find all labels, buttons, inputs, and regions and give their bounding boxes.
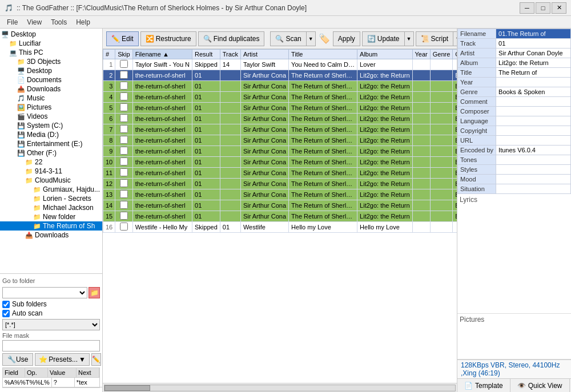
skip-checkbox[interactable] [120, 179, 128, 187]
sub-folders-checkbox[interactable] [2, 301, 10, 308]
table-row[interactable]: 15the-return-of-sherl01Sir Arthur ConaTh… [103, 211, 457, 222]
skip-checkbox[interactable] [120, 223, 128, 231]
use-button[interactable]: 🔧 Use [2, 353, 33, 366]
update-split-button[interactable]: 🔄 Update ▼ [362, 31, 414, 46]
tree-item-desktop[interactable]: 🖥️Desktop [0, 30, 102, 39]
apply-button[interactable]: Apply [333, 31, 360, 46]
table-row[interactable]: 3the-return-of-sherl01Sir Arthur ConaThe… [103, 81, 457, 92]
update-arrow[interactable]: ▼ [404, 32, 413, 46]
tree-item-downloads2[interactable]: 📥Downloads [0, 231, 102, 240]
table-row[interactable]: 14the-return-of-sherl01Sir Arthur ConaTh… [103, 200, 457, 211]
script-main[interactable]: 📜 Script [416, 32, 453, 46]
table-row[interactable]: 4the-return-of-sherl01Sir Arthur ConaThe… [103, 92, 457, 103]
skip-checkbox[interactable] [120, 125, 128, 133]
script-arrow[interactable]: ▼ [453, 32, 457, 46]
tree-item-914-3-11[interactable]: 📁914-3-11 [0, 167, 102, 176]
col-result[interactable]: Result [192, 50, 220, 59]
tree-item-grumiaux[interactable]: 📁Grumiaux, Hajdu... [0, 185, 102, 194]
hscroll-thumb[interactable] [104, 385, 150, 391]
col-track[interactable]: Track [220, 50, 240, 59]
tree-item-entertainment-e[interactable]: 💾Entertainment (E:) [0, 139, 102, 148]
scan-split-button[interactable]: 🔍 Scan ▼ [270, 31, 315, 46]
file-tree[interactable]: 🖥️Desktop📁Lucifiar💻This PC📁3D Objects🖥️D… [0, 29, 102, 273]
col-filename[interactable]: Filename ▲ [132, 50, 192, 59]
update-main[interactable]: 🔄 Update [363, 32, 404, 46]
tree-item-22[interactable]: 📁22 [0, 157, 102, 167]
table-row[interactable]: 8the-return-of-sherl01Sir Arthur ConaThe… [103, 135, 457, 146]
skip-checkbox[interactable] [120, 60, 128, 68]
hscroll-track[interactable] [104, 385, 456, 391]
table-row[interactable]: 1Taylor Swift - You NSkipped14Taylor Swi… [103, 59, 457, 70]
skip-checkbox[interactable] [120, 168, 128, 176]
skip-checkbox[interactable] [120, 103, 128, 111]
col-album[interactable]: Album [357, 50, 412, 59]
close-button[interactable]: ✕ [552, 2, 566, 14]
tree-item-the-return[interactable]: 📁The Return of Sh [0, 221, 102, 231]
col-skip[interactable]: Skip [115, 50, 132, 59]
col-artist[interactable]: Artist [240, 50, 288, 59]
edit-pencil-button[interactable]: ✏️ [91, 353, 101, 366]
presets-button[interactable]: ⭐ Presets... ▼ [35, 353, 90, 366]
tree-item-other-f[interactable]: 💾Other (F:) [0, 148, 102, 157]
col-title[interactable]: Title [289, 50, 357, 59]
tree-item-system-c[interactable]: 💾System (C:) [0, 121, 102, 130]
tree-item-music[interactable]: 🎵Music [0, 94, 102, 103]
table-row[interactable]: 10the-return-of-sherl01Sir Arthur ConaTh… [103, 157, 457, 168]
file-mask-input[interactable] [2, 340, 100, 351]
table-row[interactable]: 5the-return-of-sherl01Sir Arthur ConaThe… [103, 103, 457, 114]
tree-item-downloads[interactable]: 📥Downloads [0, 84, 102, 94]
table-row[interactable]: 11the-return-of-sherl01Sir Arthur ConaTh… [103, 168, 457, 179]
menu-view[interactable]: View [22, 17, 46, 27]
tree-item-this-pc[interactable]: 💻This PC [0, 48, 102, 57]
col-year[interactable]: Year [412, 50, 430, 59]
tree-item-cloudmusic[interactable]: 📁CloudMusic [0, 176, 102, 185]
skip-checkbox[interactable] [120, 190, 128, 198]
tab-template[interactable]: 📄 Template [457, 379, 510, 392]
skip-checkbox[interactable] [120, 136, 128, 144]
tree-item-desktop2[interactable]: 🖥️Desktop [0, 66, 102, 75]
mask-type-dropdown[interactable]: [*.*] [2, 319, 100, 330]
scan-main[interactable]: 🔍 Scan [271, 32, 305, 46]
skip-checkbox[interactable] [120, 114, 128, 122]
menu-help[interactable]: Help [71, 17, 95, 27]
col-c[interactable]: C [453, 50, 457, 59]
scan-arrow[interactable]: ▼ [306, 32, 315, 46]
auto-scan-checkbox[interactable] [2, 310, 10, 317]
tree-item-videos[interactable]: 🎬Videos [0, 112, 102, 121]
table-row[interactable]: 7the-return-of-sherl01Sir Arthur ConaThe… [103, 124, 457, 135]
skip-checkbox[interactable] [120, 71, 128, 79]
tree-item-documents[interactable]: 📄Documents [0, 75, 102, 84]
table-row[interactable]: 6the-return-of-sherl01Sir Arthur ConaThe… [103, 114, 457, 124]
skip-checkbox[interactable] [120, 212, 128, 220]
tree-item-lucifiar[interactable]: 📁Lucifiar [0, 39, 102, 48]
tree-item-3d-objects[interactable]: 📁3D Objects [0, 57, 102, 66]
minimize-button[interactable]: ─ [520, 2, 534, 14]
tree-item-media-d[interactable]: 💾Media (D:) [0, 130, 102, 139]
table-row[interactable]: 9the-return-of-sherl01Sir Arthur ConaThe… [103, 146, 457, 157]
skip-checkbox[interactable] [120, 147, 128, 155]
folder-dropdown[interactable] [2, 287, 87, 298]
skip-checkbox[interactable] [120, 157, 128, 165]
tree-item-lorien[interactable]: 📁Lorien - Secrets [0, 194, 102, 203]
menu-file[interactable]: File [2, 17, 22, 27]
folder-browse-button[interactable]: 📁 [89, 287, 100, 298]
col-num[interactable]: # [103, 50, 115, 59]
restructure-button[interactable]: 🔀 Restructure [140, 31, 196, 46]
skip-checkbox[interactable] [120, 92, 128, 100]
files-table-area[interactable]: # Skip Filename ▲ Result Track Artist Ti… [103, 49, 457, 383]
table-row[interactable]: 2the-return-of-sherl01Sir Arthur ConaThe… [103, 70, 457, 81]
script-split-button[interactable]: 📜 Script ▼ [416, 31, 457, 46]
find-duplicates-button[interactable]: 🔍 Find duplicates [198, 31, 265, 46]
tree-item-michael[interactable]: 📁Michael Jackson [0, 203, 102, 212]
tree-item-pictures[interactable]: 🖼️Pictures [0, 103, 102, 112]
menu-tools[interactable]: Tools [46, 17, 71, 27]
tree-item-new-folder[interactable]: 📁New folder [0, 212, 102, 221]
maximize-button[interactable]: □ [536, 2, 550, 14]
col-genre[interactable]: Genre [430, 50, 453, 59]
tab-quick-view[interactable]: 👁️ Quick View [510, 379, 570, 392]
edit-button[interactable]: ✏️ Edit [106, 31, 139, 46]
table-row[interactable]: 13the-return-of-sherl01Sir Arthur ConaTh… [103, 189, 457, 200]
horizontal-scrollbar[interactable] [103, 383, 457, 392]
skip-checkbox[interactable] [120, 82, 128, 90]
table-row[interactable]: 12the-return-of-sherl01Sir Arthur ConaTh… [103, 179, 457, 189]
